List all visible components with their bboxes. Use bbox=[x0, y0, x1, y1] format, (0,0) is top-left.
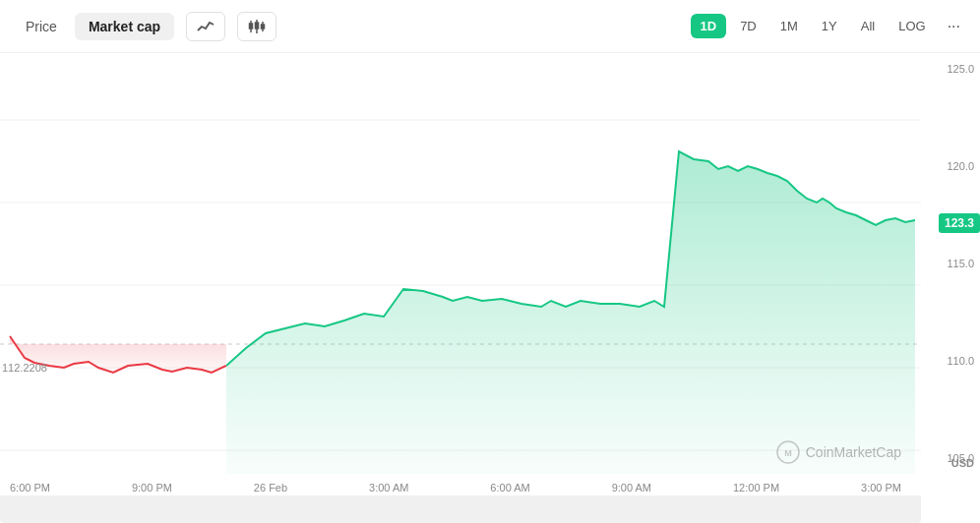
x-label-5: 9:00 AM bbox=[612, 482, 651, 494]
line-chart-icon bbox=[197, 19, 214, 34]
watermark: M CoinMarketCap bbox=[776, 440, 901, 464]
watermark-text: CoinMarketCap bbox=[806, 444, 901, 460]
y-label-110: 110.0 bbox=[927, 355, 974, 367]
currency-label: USD bbox=[951, 457, 974, 469]
toolbar-right: 1D 7D 1M 1Y All LOG ··· bbox=[691, 13, 968, 40]
candle-chart-button[interactable] bbox=[237, 12, 276, 41]
candle-chart-icon bbox=[248, 19, 266, 34]
open-price-label: 112.2208 bbox=[2, 362, 47, 374]
current-price-badge: 123.3 bbox=[939, 213, 980, 233]
time-7d-button[interactable]: 7D bbox=[730, 14, 766, 38]
price-chart-svg bbox=[0, 53, 921, 474]
x-label-6: 12:00 PM bbox=[733, 482, 779, 494]
svg-rect-3 bbox=[256, 23, 259, 29]
tab-price[interactable]: Price bbox=[12, 13, 71, 40]
y-label-115: 115.0 bbox=[927, 258, 974, 269]
x-label-3: 3:00 AM bbox=[369, 482, 408, 494]
svg-rect-6 bbox=[0, 53, 226, 474]
bottom-volume-bar bbox=[0, 495, 921, 523]
svg-rect-5 bbox=[262, 25, 265, 29]
x-label-7: 3:00 PM bbox=[861, 482, 901, 494]
y-label-125: 125.0 bbox=[927, 63, 974, 75]
tab-market-cap[interactable]: Market cap bbox=[75, 13, 174, 40]
time-1y-button[interactable]: 1Y bbox=[812, 14, 847, 38]
time-1d-button[interactable]: 1D bbox=[691, 14, 727, 38]
x-label-1: 9:00 PM bbox=[132, 482, 172, 494]
time-all-button[interactable]: All bbox=[851, 14, 885, 38]
svg-rect-1 bbox=[250, 24, 253, 29]
more-options-button[interactable]: ··· bbox=[940, 13, 968, 40]
line-chart-button[interactable] bbox=[186, 12, 225, 41]
toolbar: Price Market cap 1D 7D 1M 1Y All LOG ··· bbox=[0, 0, 980, 53]
x-label-2: 26 Feb bbox=[254, 482, 287, 494]
svg-text:M: M bbox=[784, 448, 792, 458]
y-axis: 125.0 120.0 115.0 110.0 105.0 bbox=[921, 53, 980, 474]
time-log-button[interactable]: LOG bbox=[888, 14, 935, 38]
toolbar-left: Price Market cap bbox=[12, 12, 276, 41]
time-1m-button[interactable]: 1M bbox=[770, 14, 808, 38]
x-label-4: 6:00 AM bbox=[490, 482, 529, 494]
coinmarketcap-logo-icon: M bbox=[776, 440, 800, 464]
chart-container: 125.0 120.0 115.0 110.0 105.0 123.3 112.… bbox=[0, 53, 980, 523]
y-label-120: 120.0 bbox=[927, 160, 974, 172]
x-label-0: 6:00 PM bbox=[10, 482, 50, 494]
